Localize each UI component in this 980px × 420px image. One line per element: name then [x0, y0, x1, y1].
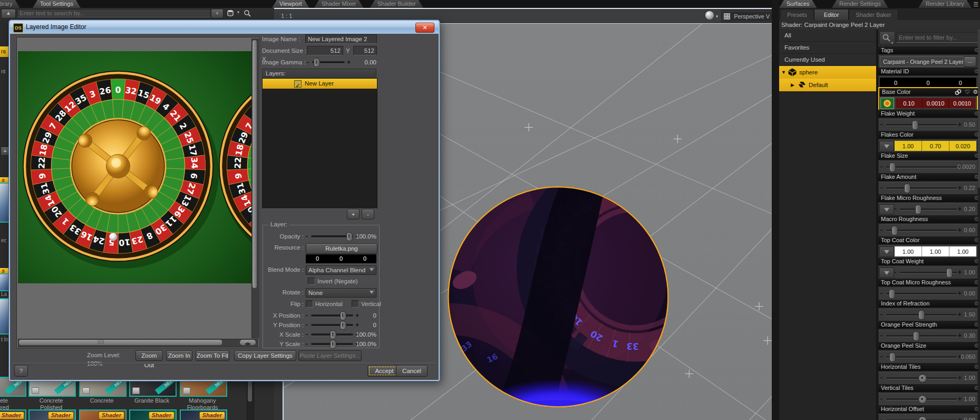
library-item[interactable]: Shader [28, 409, 76, 420]
property-header-flake-weight[interactable]: Flake Weight⚙ [878, 110, 980, 118]
property-control-flake-micro-roughness[interactable]: -+0.20 [878, 203, 978, 216]
slider-thumb[interactable] [889, 289, 895, 299]
copy-layer-settings-button[interactable]: Copy Layer Settings [234, 350, 296, 361]
color-value-bar[interactable]: 1.000.700.020 [895, 141, 976, 151]
slider-dropdown-button[interactable] [879, 204, 894, 215]
layer-visibility-checkbox[interactable]: ✓ [294, 80, 302, 88]
library-scrollbar[interactable] [247, 377, 254, 420]
tab-tool-settings[interactable]: Tool Settings [33, 0, 81, 8]
property-header-top-coat-micro-roughness[interactable]: Top Coat Micro Roughness⚙ [878, 279, 980, 287]
property-header-orange-peel-size[interactable]: Orange Peel Size⚙ [878, 342, 980, 350]
database-chevron-icon[interactable]: ▼ [236, 10, 240, 15]
slider-thumb[interactable] [904, 184, 910, 193]
draw-style-chevron-icon[interactable]: ▼ [715, 14, 719, 19]
tab-shader-mixer[interactable]: Shader Mixer [314, 0, 363, 8]
tab-render-settings[interactable]: Render Settings [832, 0, 888, 8]
zoom-in-button[interactable]: Zoom In [166, 350, 192, 361]
library-item[interactable]: Shader [129, 409, 177, 420]
tab-render-library[interactable]: Render Library [918, 0, 972, 8]
fragment-thumbnail[interactable] [0, 273, 8, 291]
tab-surfaces[interactable]: Surfaces [779, 0, 817, 8]
property-header-flakes-color[interactable]: Flakes Color⚙ [878, 131, 980, 139]
slider-thumb[interactable] [891, 226, 898, 235]
search-dropdown-button[interactable]: ▼ [211, 9, 224, 18]
sort-button[interactable]: ▲ [1, 9, 16, 18]
slider-thumb[interactable] [918, 395, 927, 404]
resource-button[interactable]: Ruletka.png [306, 243, 377, 254]
close-button[interactable]: ✕ [415, 23, 434, 33]
hscroll-arrows[interactable]: ◀▶ [240, 340, 256, 345]
blend-mode-dropdown[interactable]: Alpha Channel Blend [306, 265, 376, 275]
tab-shader-builder[interactable]: Shader Builder [370, 0, 423, 8]
slider-dropdown-button[interactable] [879, 268, 894, 278]
favorite-icon[interactable]: ♡ [965, 88, 970, 96]
property-header-macro-roughness[interactable]: Macro Roughness⚙ [878, 215, 980, 223]
database-icon[interactable] [227, 9, 234, 17]
paste-layer-settings-button[interactable]: Paste Layer Settings... [298, 350, 362, 361]
property-header-orange-peel-strength[interactable]: Orange Peel Strength⚙ [878, 321, 980, 329]
property-header-flake-size[interactable]: Flake Size⚙ [878, 152, 980, 160]
property-control-macro-roughness[interactable]: -+0.60 [878, 224, 978, 237]
doc-width-input[interactable]: 512 [307, 46, 343, 55]
draw-style-icon[interactable] [705, 11, 714, 20]
flip-vertical-checkbox[interactable] [352, 300, 359, 308]
surface-nav-favorites[interactable]: Favorites [779, 42, 876, 54]
surface-nav-currently-used[interactable]: Currently Used [779, 54, 876, 66]
slider-thumb[interactable] [912, 120, 918, 130]
property-control-vertical-tiles[interactable]: -+1.00 [878, 393, 978, 406]
layer-row[interactable]: ✓New Layer [263, 79, 377, 89]
property-control-orange-peel-strength[interactable]: -+0.30 [878, 330, 978, 342]
surface-nav-all[interactable]: All [779, 30, 876, 42]
library-item[interactable]: Shader [0, 409, 26, 420]
property-control-horizontal-offset[interactable]: -+0.00 [878, 414, 978, 420]
layers-list[interactable]: ✓New Layer [262, 78, 377, 209]
dialog-titlebar[interactable]: DS Layered Image Editor ✕ [10, 21, 439, 34]
color-dropdown-button[interactable] [879, 141, 894, 151]
zoom-out-button[interactable]: Zoom Out [135, 350, 163, 361]
fragment-thumbnail[interactable] [0, 183, 8, 223]
doc-height-input[interactable]: 512 [353, 46, 377, 55]
property-header-base-color[interactable]: Base Color♡⚙ [879, 88, 979, 96]
more-button[interactable]: ... [964, 56, 976, 67]
property-header-index-of-refraction[interactable]: Index of Refraction⚙ [878, 300, 980, 308]
slider-thumb[interactable] [913, 331, 919, 341]
tab-t-library[interactable]: t Library [0, 0, 20, 8]
filter-input[interactable] [896, 32, 978, 43]
slider-thumb[interactable] [889, 163, 896, 172]
surfaces-scrollbar[interactable] [978, 30, 980, 420]
property-control-tags[interactable]: Carpaint - Orange Peel 2 Layer... [878, 55, 978, 68]
gear-icon[interactable]: ⚙ [973, 88, 978, 96]
library-item[interactable]: Shader [79, 409, 127, 420]
property-header-tags[interactable]: Tags⚙ [878, 46, 980, 54]
texture-map-thumbnail[interactable] [880, 98, 894, 109]
property-header-top-coat-weight[interactable]: Top Coat Weight⚙ [878, 257, 980, 265]
color-dropdown-button[interactable] [879, 246, 894, 257]
property-header-flake-micro-roughness[interactable]: Flake Micro Roughness⚙ [878, 194, 980, 202]
remove-layer-button[interactable]: - [362, 209, 374, 219]
cancel-button[interactable]: Cancel [396, 365, 428, 377]
property-header-flake-amount[interactable]: Flake Amount⚙ [878, 173, 980, 181]
rotate-dropdown[interactable]: None [306, 288, 376, 298]
zoom-to-fit-button[interactable]: Zoom To Fit [196, 350, 229, 361]
color-value-bar[interactable]: 1.001.001.00 [895, 246, 976, 256]
filter-search-button[interactable]: ▼ [879, 31, 895, 45]
fragment-item[interactable]: ra [0, 46, 9, 57]
property-header-material-id[interactable]: Material ID⚙ [878, 68, 980, 75]
image-name-input[interactable]: New Layered Image 2 [305, 34, 377, 44]
property-control-horizontal-tiles[interactable]: -+1.00 [878, 372, 978, 385]
slider-thumb[interactable] [889, 352, 896, 362]
property-control-orange-peel-size[interactable]: -+0.050 [878, 351, 978, 364]
fragment-button[interactable]: + [1, 147, 9, 156]
fragment-thumbnail[interactable] [0, 298, 8, 335]
property-header-horizontal-offset[interactable]: Horizontal Offset⚙ [878, 405, 980, 413]
preview-hscrollbar[interactable]: |||| ◀▶ [18, 339, 258, 347]
property-control-top-coat-color[interactable]: 1.001.001.00 [878, 245, 978, 258]
property-control-flake-size[interactable]: -+0.0020 [878, 161, 978, 174]
tag-chip[interactable]: Carpaint - Orange Peel 2 Layer [880, 56, 964, 67]
subtab-presets[interactable]: Presets [780, 9, 814, 21]
search-input[interactable] [17, 9, 211, 17]
color-value-bar[interactable]: 0.100.00100.0010 [896, 98, 975, 108]
tree-item-sphere[interactable]: ▼sphere [779, 66, 876, 79]
help-button[interactable]: ? [14, 365, 28, 377]
subtab-editor[interactable]: Editor [814, 9, 849, 21]
